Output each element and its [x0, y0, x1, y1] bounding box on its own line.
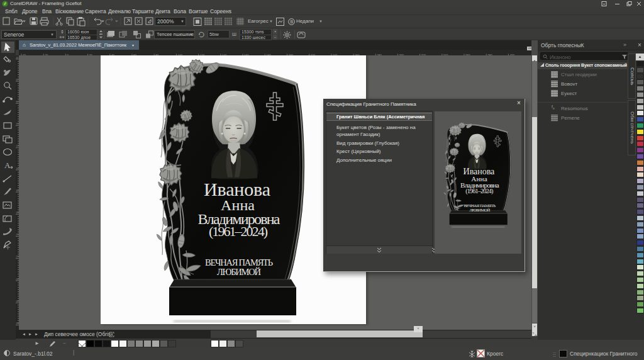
svg-text:B: B: [290, 20, 293, 24]
svg-text:80: 80: [16, 101, 18, 103]
svg-text:40: 40: [16, 57, 18, 59]
svg-text:A: A: [4, 160, 11, 170]
svg-text:60: 60: [16, 79, 18, 81]
